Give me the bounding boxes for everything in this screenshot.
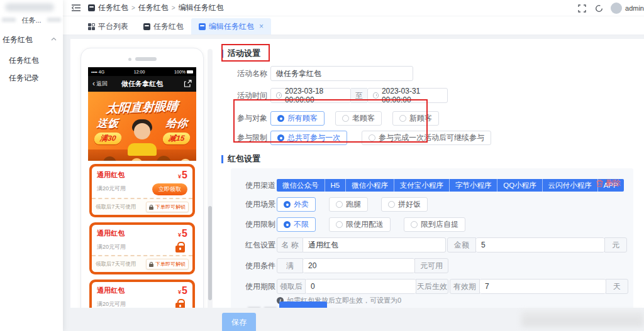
sidebar: 任务... 任务红包 任务红包任务记录 [0, 0, 63, 331]
validity-input[interactable]: 7 [480, 279, 606, 294]
unlock-badge: 下单即可解锁 [146, 259, 189, 269]
channel-button-QQ小程序[interactable]: QQ小程序 [497, 179, 542, 192]
scene-option-外卖[interactable]: 外卖 [277, 197, 316, 212]
banner-badge-left: 满30 [94, 133, 123, 144]
scene-label: 使用场景 [231, 199, 275, 210]
claim-button[interactable]: 立即领取 [152, 183, 187, 195]
radio-label: 老顾客 [352, 113, 375, 124]
packet-setting-label: 红包设置 [231, 240, 275, 251]
campaign-banner: 太阳直射眼睛 送饭给你 满30 减15 [88, 92, 196, 161]
activity-name-label: 活动名称 [221, 68, 267, 79]
scene-option-拼好饭[interactable]: 拼好饭 [381, 197, 428, 212]
start-time-input[interactable]: 2023-03-18 00:00:00 [270, 88, 351, 103]
user-avatar[interactable] [611, 3, 622, 14]
breadcrumb-item[interactable]: 任务红包 [138, 3, 169, 13]
save-button[interactable]: 保存 [222, 313, 256, 331]
coupon-left: 通用红包满20元可用 [97, 170, 126, 195]
refresh-icon[interactable] [595, 4, 603, 13]
share-icon[interactable] [184, 80, 192, 87]
end-time-input[interactable]: 2023-03-31 00:00:00 [367, 88, 448, 103]
redpacket-panel: 删除 使用渠道 微信公众号H5微信小程序支付宝小程序字节小程序QQ小程序云闪付小… [231, 168, 633, 308]
period-addon-effective: 天后生效 [416, 279, 448, 294]
limit-option-总共可参与一次[interactable]: 总共可参与一次 [270, 131, 347, 145]
restrict-option-限使用配送[interactable]: 限使用配送 [329, 217, 391, 232]
collapse-sidebar-icon[interactable] [72, 4, 80, 11]
tab-平台列表[interactable]: 平台列表 [80, 18, 136, 35]
coupon-left: 通用红包满20元可用 [97, 286, 126, 308]
restrict-option-不限[interactable]: 不限 [277, 217, 316, 232]
channel-button-微信公众号[interactable]: 微信公众号 [277, 179, 325, 192]
radio-label: 拼好饭 [398, 199, 421, 210]
condition-input[interactable]: 20 [303, 258, 414, 273]
radio-label: 总共可参与一次 [287, 133, 340, 143]
radio-label: 新顾客 [409, 113, 432, 124]
fullscreen-icon[interactable] [578, 4, 586, 13]
coupon-list: 通用红包满20元可用¥5立即领取领取后7天可使用下单即可解锁通用红包满20元可用… [88, 161, 196, 308]
period-addon-after: 领取后 [277, 279, 306, 294]
channel-button-字节小程序[interactable]: 字节小程序 [450, 179, 498, 192]
preview-scrollbar[interactable] [208, 49, 213, 308]
target-option-所有顾客[interactable]: 所有顾客 [270, 111, 325, 126]
coupon-amount: ¥5 [178, 286, 187, 297]
radio-icon [336, 221, 343, 228]
breadcrumb-item[interactable]: 任务红包 [98, 3, 128, 13]
channel-button-云闪付小程序[interactable]: 云闪付小程序 [543, 179, 598, 192]
period-days-input[interactable]: 0 [306, 279, 416, 294]
activity-time-label: 活动时间 [221, 90, 267, 101]
clipped-blue-button[interactable] [279, 301, 327, 308]
phone-preview: •••• 4G 12:00 100% 做任务拿红包 ‹ 返回 [80, 48, 204, 308]
amount-input[interactable]: 5 [476, 237, 604, 252]
channel-button-微信小程序[interactable]: 微信小程序 [346, 179, 394, 192]
status-signal: •••• 4G [91, 70, 104, 74]
validity-addon: 有效期 [450, 279, 480, 294]
sidebar-item-任务记录[interactable]: 任务记录 [0, 69, 63, 87]
close-tab-icon[interactable]: × [259, 22, 264, 31]
clock-icon [276, 92, 282, 99]
delete-button[interactable]: 删除 [596, 178, 621, 188]
lock-icon [149, 264, 153, 267]
condition-label: 使用条件 [231, 261, 275, 271]
packet-name-input[interactable]: 通用红包 [303, 237, 446, 252]
edit-form: 活动设置 活动名称 做任务拿红包 活动时间 2023-03-18 00:00:0… [221, 48, 636, 308]
tab-编辑任务红包[interactable]: 编辑任务红包× [191, 18, 271, 35]
clipped-form-row [231, 301, 327, 308]
radio-label: 外卖 [294, 199, 309, 210]
scene-option-跑腿[interactable]: 跑腿 [329, 197, 368, 212]
trash-icon [596, 180, 603, 187]
coupon-condition: 满20元可用 [97, 243, 126, 251]
coupon-right: ¥5立即领取 [152, 170, 187, 195]
sidebar-group-task-redpacket[interactable]: 任务红包 [0, 31, 63, 48]
tab-label: 任务红包 [153, 21, 184, 32]
target-option-老顾客[interactable]: 老顾客 [335, 111, 382, 126]
activity-name-input[interactable]: 做任务拿红包 [270, 66, 413, 81]
section-redpacket-settings: 红包设置 [221, 153, 636, 165]
coupon-condition: 满20元可用 [97, 300, 126, 308]
breadcrumb-item[interactable]: 编辑任务红包 [179, 3, 224, 13]
coupon-condition: 满20元可用 [97, 185, 126, 193]
tab-任务红包[interactable]: 任务红包 [136, 18, 191, 35]
target-option-新顾客[interactable]: 新顾客 [392, 111, 439, 126]
battery-icon [187, 70, 193, 73]
top-header: 任务红包>任务红包>编辑任务红包 admin [63, 0, 644, 16]
breadcrumb-separator: > [131, 4, 135, 11]
coupon-top: 通用红包满20元可用¥5立即领取 [92, 166, 192, 198]
section-activity-settings: 活动设置 [221, 48, 636, 59]
coupon-left: 通用红包满20元可用 [97, 229, 126, 252]
tab-label: 编辑任务红包 [209, 21, 254, 32]
limit-option-参与完成一次活动后可继续参与[interactable]: 参与完成一次活动后可继续参与 [362, 131, 491, 145]
target-options: 所有顾客老顾客新顾客 [270, 111, 439, 126]
coupon-validity: 领取后7天可使用 [96, 203, 136, 211]
radio-icon [369, 134, 375, 141]
channel-button-支付宝小程序[interactable]: 支付宝小程序 [394, 179, 450, 192]
scrollbar-thumb[interactable] [208, 206, 212, 300]
sidebar-item-任务红包[interactable]: 任务红包 [0, 52, 63, 69]
red-packet-icon [199, 23, 206, 30]
restrict-option-限到店自提[interactable]: 限到店自提 [404, 217, 465, 232]
banner-person-photo [125, 119, 159, 156]
coupon-top: 通用红包满20元可用¥5 [92, 225, 192, 255]
period-label: 使用期限 [231, 281, 275, 292]
banner-headline: 太阳直射眼睛 [88, 97, 196, 117]
radio-icon [411, 221, 418, 228]
radio-label: 跑腿 [346, 199, 361, 210]
channel-button-H5[interactable]: H5 [325, 179, 347, 192]
